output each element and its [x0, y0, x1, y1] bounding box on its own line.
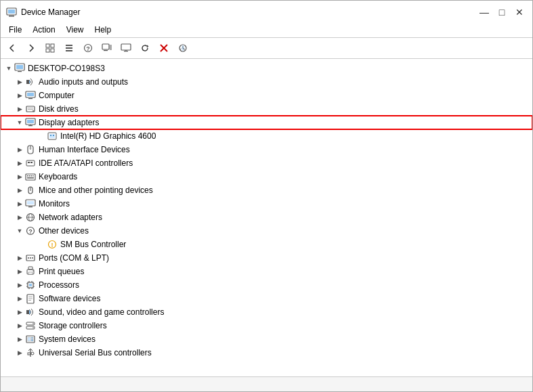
tree-item-ports[interactable]: ▶ Ports (COM & LPT) [1, 251, 532, 265]
svg-rect-25 [26, 80, 29, 84]
tree-item-software[interactable]: ▶ Software devices [1, 292, 532, 305]
tree-item-storage[interactable]: ▶ Storage controllers [1, 319, 532, 332]
disk-label: Disk drives [39, 104, 79, 114]
toolbar-prop[interactable] [98, 40, 116, 56]
toolbar-scan[interactable] [174, 40, 192, 56]
tree-item-mice[interactable]: ▶ Mice and other pointing devices [1, 183, 532, 197]
usb-expander[interactable]: ▶ [14, 347, 25, 358]
ide-expander[interactable]: ▶ [14, 158, 25, 169]
svg-text:?: ? [86, 45, 90, 52]
device-tree[interactable]: ▼ DESKTOP-CO198S3 ▶ [1, 59, 532, 376]
monitors-expander[interactable]: ▶ [14, 198, 25, 209]
processors-label: Processors [39, 280, 79, 290]
print-label: Print queues [39, 267, 84, 276]
tree-item-computer[interactable]: ▶ Computer [1, 89, 532, 102]
svg-rect-7 [66, 45, 72, 46]
svg-text:!: ! [51, 242, 54, 248]
svg-rect-8 [66, 47, 72, 49]
tree-item-disk[interactable]: ▶ Disk drives [1, 102, 532, 116]
mice-expander[interactable]: ▶ [14, 185, 25, 196]
network-expander[interactable]: ▶ [14, 212, 25, 223]
svg-rect-74 [29, 284, 32, 286]
gpu-expander [36, 131, 47, 141]
menu-help[interactable]: Help [89, 24, 117, 36]
monitors-icon [25, 198, 36, 209]
toolbar-back[interactable] [3, 40, 21, 56]
title-bar-controls: — □ ✕ [477, 5, 527, 20]
tree-item-hid[interactable]: ▶ Human Interface Devices [1, 143, 532, 156]
hid-icon [25, 144, 36, 155]
menu-file[interactable]: File [3, 24, 27, 36]
tree-item-ide[interactable]: ▶ IDE ATA/ATAPI controllers [1, 156, 532, 170]
tree-item-network[interactable]: ▶ Network adapters [1, 211, 532, 224]
keyboards-icon [25, 171, 36, 182]
svg-point-66 [28, 257, 29, 259]
other-expander[interactable]: ▼ [14, 225, 25, 236]
close-button[interactable]: ✕ [512, 5, 527, 20]
svg-point-68 [32, 257, 33, 259]
tree-item-monitors[interactable]: ▶ Monitors [1, 197, 532, 211]
tree-item-display[interactable]: ▼ Display adapters [1, 116, 532, 129]
print-expander[interactable]: ▶ [14, 266, 25, 277]
storage-expander[interactable]: ▶ [14, 320, 25, 331]
tree-item-processors[interactable]: ▶ Processors [1, 278, 532, 292]
svg-rect-13 [104, 50, 108, 51]
tree-item-usb[interactable]: ▶ Universal Serial Bus controllers [1, 346, 532, 360]
tree-root[interactable]: ▼ DESKTOP-CO198S3 [1, 62, 532, 75]
svg-rect-94 [31, 337, 33, 339]
tree-item-intel-gpu[interactable]: Intel(R) HD Graphics 4600 [1, 129, 532, 143]
svg-rect-84 [28, 297, 33, 297]
computer-node-icon [25, 90, 36, 101]
svg-rect-93 [28, 337, 30, 341]
svg-rect-45 [28, 162, 30, 163]
network-icon [25, 212, 36, 223]
toolbar-expand[interactable] [41, 40, 59, 56]
processors-expander[interactable]: ▶ [14, 280, 25, 290]
toolbar: ? [1, 38, 532, 59]
ports-expander[interactable]: ▶ [14, 253, 25, 263]
svg-rect-6 [51, 49, 54, 52]
menu-view[interactable]: View [61, 24, 89, 36]
toolbar-help[interactable]: ? [79, 40, 97, 56]
root-expander[interactable]: ▼ [3, 63, 14, 74]
tree-item-sound[interactable]: ▶ Sound, video and game controllers [1, 305, 532, 319]
tree-item-smbus[interactable]: ! SM Bus Controller [1, 238, 532, 251]
svg-rect-34 [27, 120, 34, 123]
svg-rect-35 [28, 125, 33, 126]
toolbar-monitor[interactable] [117, 40, 135, 56]
svg-rect-51 [33, 175, 34, 177]
display-icon [25, 117, 36, 128]
hid-label: Human Interface Devices [39, 145, 130, 154]
minimize-button[interactable]: — [477, 5, 492, 20]
tree-item-other[interactable]: ▼ ? Other devices [1, 224, 532, 238]
svg-rect-27 [27, 93, 34, 96]
tree-item-keyboards[interactable]: ▶ Keyboards [1, 170, 532, 183]
tree-item-print[interactable]: ▶ Print queues [1, 265, 532, 278]
svg-rect-15 [121, 44, 131, 50]
svg-rect-23 [18, 71, 22, 72]
toolbar-delete[interactable] [155, 40, 173, 56]
display-expander[interactable]: ▼ [14, 117, 25, 128]
sound-icon [25, 307, 36, 318]
svg-point-100 [31, 352, 34, 355]
menu-action[interactable]: Action [27, 24, 60, 36]
disk-expander[interactable]: ▶ [14, 104, 25, 114]
toolbar-collapse[interactable] [60, 40, 78, 56]
tree-item-audio[interactable]: ▶ Audio inputs and outputs [1, 75, 532, 89]
system-expander[interactable]: ▶ [14, 334, 25, 345]
maximize-button[interactable]: □ [494, 5, 509, 20]
tree-item-system[interactable]: ▶ System devices [1, 332, 532, 346]
svg-point-32 [33, 110, 34, 112]
root-label: DESKTOP-CO198S3 [28, 64, 105, 73]
toolbar-refresh[interactable] [136, 40, 154, 56]
keyboards-expander[interactable]: ▶ [14, 171, 25, 182]
sound-expander[interactable]: ▶ [14, 307, 25, 318]
hid-expander[interactable]: ▶ [14, 144, 25, 155]
svg-point-43 [30, 148, 32, 150]
toolbar-forward[interactable] [22, 40, 40, 56]
software-expander[interactable]: ▶ [14, 293, 25, 304]
audio-expander[interactable]: ▶ [14, 77, 25, 87]
computer-expander[interactable]: ▶ [14, 90, 25, 101]
svg-text:?: ? [28, 228, 33, 235]
svg-rect-12 [102, 44, 109, 49]
